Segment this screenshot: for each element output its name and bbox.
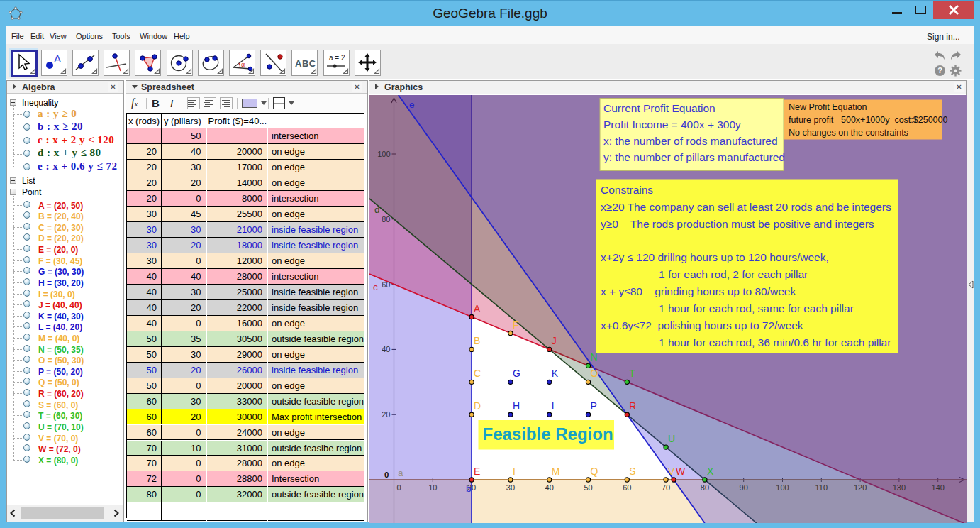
- svg-text:P: P: [591, 400, 597, 412]
- svg-text:x+0.6y≤72 polishing hours up: x+0.6y≤72 polishing hours up to 72/week: [601, 319, 803, 331]
- svg-text:L: L: [552, 400, 557, 412]
- svg-text:y≥0 The rods production mus: y≥0 The rods production must be positive…: [601, 217, 874, 229]
- svg-text:Feasible Region: Feasible Region: [483, 424, 613, 443]
- svg-text:D: D: [474, 400, 481, 412]
- svg-text:A: A: [54, 53, 61, 65]
- svg-text:H: H: [513, 400, 520, 412]
- svg-text:0: 0: [384, 471, 389, 479]
- svg-text:y: the number of pillars manuf: y: the number of pillars manufactured: [603, 150, 785, 163]
- svg-text:A: A: [474, 302, 481, 314]
- svg-text:New Profit Equation: New Profit Equation: [789, 102, 867, 112]
- svg-text:W: W: [676, 466, 686, 477]
- svg-text:T: T: [629, 368, 635, 379]
- svg-text:40: 40: [382, 345, 390, 353]
- svg-text:J: J: [552, 335, 557, 346]
- svg-text:d: d: [374, 204, 380, 215]
- svg-text:c: c: [373, 282, 378, 292]
- svg-text:1 hour for each rod, 36 min/0.: 1 hour for each rod, 36 min/0.6 hr for e…: [659, 336, 891, 348]
- svg-text:X: X: [707, 466, 714, 477]
- svg-text:100: 100: [776, 483, 789, 491]
- svg-text:1 hour for each rod, same for: 1 hour for each rod, same for each pilla…: [659, 302, 854, 314]
- svg-text:E: E: [474, 466, 480, 477]
- svg-text:O: O: [591, 368, 598, 379]
- svg-text:B: B: [474, 335, 480, 346]
- svg-text:Constrains: Constrains: [601, 183, 653, 195]
- svg-text:60: 60: [623, 483, 631, 491]
- svg-text:70: 70: [662, 483, 670, 491]
- svg-text:0: 0: [396, 483, 401, 491]
- svg-text:90: 90: [740, 483, 748, 491]
- svg-text:I: I: [513, 466, 516, 477]
- svg-text:80: 80: [701, 483, 709, 491]
- svg-text:Profit Income = 400x + 300y: Profit Income = 400x + 300y: [603, 118, 741, 130]
- svg-text:S: S: [629, 466, 635, 477]
- svg-text:C: C: [474, 368, 481, 379]
- svg-text:140: 140: [932, 483, 945, 491]
- svg-text:b: b: [466, 483, 472, 494]
- svg-text:R: R: [629, 400, 636, 412]
- svg-text:80: 80: [382, 214, 390, 223]
- svg-text:G: G: [513, 368, 520, 379]
- svg-text:No changes on the constraints: No changes on the constraints: [789, 128, 908, 138]
- svg-text:130: 130: [893, 483, 906, 491]
- svg-text:x: the number of rods manufact: x: the number of rods manufactured: [603, 134, 778, 146]
- svg-text:110: 110: [815, 483, 828, 491]
- svg-text:N: N: [591, 351, 598, 363]
- svg-text:50: 50: [584, 483, 592, 491]
- svg-text:1 for each rod, 2 for each pil: 1 for each rod, 2 for each pillar: [659, 268, 808, 280]
- svg-text:60: 60: [382, 280, 390, 288]
- svg-text:Q: Q: [591, 466, 598, 477]
- svg-text:x + y≤80 grinding hours up: x + y≤80 grinding hours up to 80/week: [601, 285, 796, 297]
- svg-text:F: F: [513, 319, 519, 330]
- svg-text:a: a: [398, 468, 403, 478]
- svg-text:10: 10: [428, 483, 437, 491]
- svg-text:Current Profit Equation: Current Profit Equation: [603, 101, 715, 114]
- svg-text:x+2y ≤ 120 drillng hours up to: x+2y ≤ 120 drillng hours up to 120 hours…: [601, 251, 829, 263]
- svg-text:20: 20: [382, 410, 390, 419]
- svg-text:x≥20 The company can sell at l: x≥20 The company can sell at least 20 ro…: [601, 200, 891, 212]
- svg-text:a = 2: a = 2: [329, 54, 345, 62]
- svg-text:40: 40: [545, 483, 554, 491]
- svg-text:α: α: [241, 61, 245, 68]
- svg-text:120: 120: [854, 483, 867, 491]
- svg-text:V: V: [668, 466, 675, 477]
- svg-text:e: e: [409, 99, 415, 110]
- svg-text:M: M: [552, 466, 560, 477]
- svg-text:100: 100: [377, 150, 390, 158]
- svg-text:future profit= 500x+1000y cos: future profit= 500x+1000y cost:$250000: [789, 115, 948, 125]
- svg-text:ABC: ABC: [295, 58, 316, 69]
- svg-text:U: U: [668, 433, 675, 444]
- svg-text:K: K: [552, 368, 559, 379]
- svg-text:30: 30: [506, 483, 515, 491]
